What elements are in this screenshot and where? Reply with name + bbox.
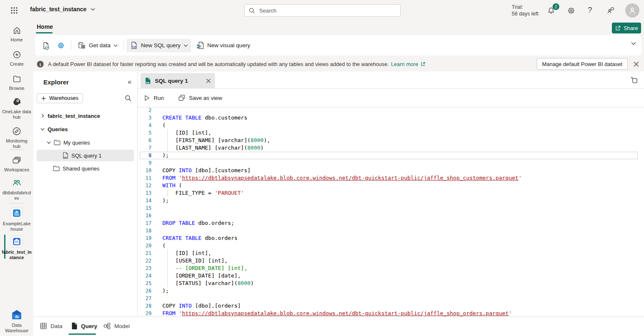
code-line[interactable]: 11FROM 'https://dbtlabsynapsedatalake.bl… — [140, 174, 638, 182]
search-input[interactable] — [258, 7, 396, 14]
code-line[interactable]: 17DROP TABLE dbo.orders; — [140, 219, 638, 227]
view-tab-model[interactable]: Model — [103, 320, 130, 332]
rail-item-browse[interactable]: Browse — [0, 74, 33, 91]
code-line[interactable]: 12WITH ( — [140, 182, 638, 189]
code-line[interactable]: 7 [LAST_NAME] [varchar](8000) — [140, 144, 638, 152]
toolbar-divider — [71, 41, 71, 50]
main-content: Explorer « Warehouses — [33, 71, 644, 316]
refresh-item-button[interactable] — [38, 39, 53, 52]
code-line[interactable]: 15 — [140, 204, 638, 212]
feedback-button[interactable] — [606, 6, 615, 15]
rail-item-data-warehouse[interactable]: Data Warehouse — [0, 309, 33, 333]
tree-item-warehouse[interactable]: fabric_test_instance — [33, 110, 137, 122]
notifications-button[interactable]: 2 — [547, 6, 556, 15]
code-text: DROP TABLE dbo.orders; — [162, 219, 234, 227]
code-line[interactable]: 29FROM 'https://dbtlabsynapsedatalake.bl… — [140, 310, 638, 316]
chevron-right-icon[interactable] — [40, 114, 45, 118]
code-line[interactable]: 6 [FIRST_NAME] [varchar](8000), — [140, 137, 638, 144]
tree-item-my-queries[interactable]: My queries — [33, 137, 137, 148]
line-number: 6 — [140, 137, 152, 144]
code-line[interactable]: 27 — [140, 295, 638, 302]
chevron-down-icon[interactable] — [40, 127, 45, 131]
new-visual-query-button[interactable]: New visual query — [193, 39, 254, 52]
tree-item-sql-query-1[interactable]: SQL SQL query 1 — [37, 150, 134, 161]
code-text: ); — [162, 197, 169, 204]
settings-button[interactable] — [567, 6, 576, 15]
code-line[interactable]: 13 FILE_TYPE = 'PARQUET' — [140, 189, 638, 197]
app-launcher-button[interactable] — [10, 6, 18, 15]
rail-item-dbtlabsfabricdev[interactable]: dbtlabsfabricdev — [0, 178, 33, 201]
rail-item-create[interactable]: Create — [0, 50, 33, 67]
view-tab-query[interactable]: Query — [71, 320, 97, 332]
tool-settings-button[interactable] — [53, 39, 68, 52]
code-line[interactable]: 22 [USER_ID] [int], — [140, 257, 638, 265]
global-search[interactable] — [244, 4, 401, 17]
new-warehouse-button[interactable]: Warehouses — [37, 93, 83, 103]
code-lines[interactable]: 23CREATE TABLE dbo.customers4(5 [ID] [in… — [140, 107, 638, 316]
account-avatar[interactable] — [625, 3, 639, 18]
learn-more-link[interactable]: Learn more — [391, 61, 418, 67]
explorer-search-icon[interactable] — [125, 95, 131, 102]
code-line[interactable]: 24 [ORDER_DATE] [date], — [140, 272, 638, 280]
search-icon — [249, 8, 255, 14]
chevron-down-icon[interactable] — [47, 140, 51, 145]
notification-badge: 2 — [553, 3, 559, 10]
code-line[interactable]: 14); — [140, 197, 638, 204]
code-line[interactable]: 10COPY INTO [dbo].[customers] — [140, 167, 638, 174]
ribbon-collapse-button[interactable] — [631, 42, 636, 45]
share-button[interactable]: Share — [612, 23, 641, 33]
code-text: CREATE TABLE dbo.customers — [162, 114, 247, 122]
manage-dataset-button[interactable]: Manage default Power BI dataset — [537, 58, 628, 70]
get-data-button[interactable]: Get data — [74, 39, 121, 52]
plus-icon — [41, 96, 46, 101]
save-as-view-button[interactable]: Save as view — [178, 94, 222, 101]
ribbon-toolbar: Get data SQL New SQL query New vis — [35, 35, 641, 56]
code-line[interactable]: 3CREATE TABLE dbo.customers — [140, 114, 638, 122]
line-number: 27 — [140, 295, 152, 302]
tab-list-icon[interactable] — [630, 76, 638, 84]
code-line[interactable]: 2 — [140, 107, 638, 114]
new-sql-query-button[interactable]: SQL New SQL query — [126, 39, 191, 52]
workspace-switcher[interactable]: fabric_test_instance — [30, 6, 95, 13]
blue-gear-icon — [57, 41, 65, 50]
code-text: [FIRST_NAME] [varchar](8000), — [162, 137, 270, 144]
code-line[interactable]: 9 — [140, 159, 638, 167]
tree-item-shared-queries[interactable]: Shared queries — [33, 163, 137, 174]
code-line[interactable]: 18 — [140, 227, 638, 234]
collapse-panel-icon[interactable]: « — [128, 78, 131, 86]
line-number: 21 — [140, 249, 152, 257]
close-tab-icon[interactable] — [206, 79, 211, 83]
view-tab-data[interactable]: Data — [40, 320, 63, 332]
rail-item-home[interactable]: Home — [0, 26, 33, 43]
rail-item-monitoring-hub[interactable]: Monitoring hub — [0, 126, 33, 149]
query-action-bar: Run Save as view — [138, 89, 644, 107]
rail-item-onelake-data-hub[interactable]: OneLake data hub — [0, 97, 33, 120]
code-line[interactable]: 26); — [140, 287, 638, 295]
rail-divider — [9, 203, 24, 204]
run-button[interactable]: Run — [144, 95, 164, 101]
close-banner-icon[interactable] — [634, 61, 639, 67]
rail-item-workspaces[interactable]: Workspaces — [0, 155, 33, 173]
rail-item-fabric-test-instance[interactable]: fabric_test_instance — [0, 236, 33, 260]
code-line[interactable]: 19CREATE TABLE dbo.orders — [140, 234, 638, 242]
tab-sql-query-1[interactable]: SQL SQL query 1 — [141, 73, 215, 89]
left-navigation-rail: Home Create Browse OneLake data hub Moni… — [0, 21, 33, 336]
tab-home[interactable]: Home — [37, 23, 53, 30]
code-line[interactable]: 23 -- [ORDER_DATE] [int], — [140, 265, 638, 272]
code-line[interactable]: 16 — [140, 212, 638, 219]
tree-item-queries[interactable]: Queries — [33, 123, 137, 135]
help-button[interactable]: ? — [588, 5, 592, 15]
code-line[interactable]: 25 [STATUS] [varchar](8000) — [140, 280, 638, 287]
rail-item-examplelakehouse[interactable]: ExampleLakehouse — [0, 207, 33, 232]
code-line[interactable]: 20( — [140, 242, 638, 249]
code-text: ( — [162, 242, 166, 249]
indent-guide — [167, 137, 168, 144]
code-line[interactable]: 4( — [140, 122, 638, 129]
external-link-icon — [420, 61, 426, 67]
code-line[interactable]: 28COPY INTO [dbo].[orders] — [140, 302, 638, 310]
code-line[interactable]: 8); — [140, 152, 638, 159]
gear-icon — [567, 6, 576, 15]
code-line[interactable]: 5 [ID] [int], — [140, 129, 638, 137]
code-line[interactable]: 21 [ID] [int], — [140, 249, 638, 257]
code-text: CREATE TABLE dbo.orders — [162, 234, 237, 242]
